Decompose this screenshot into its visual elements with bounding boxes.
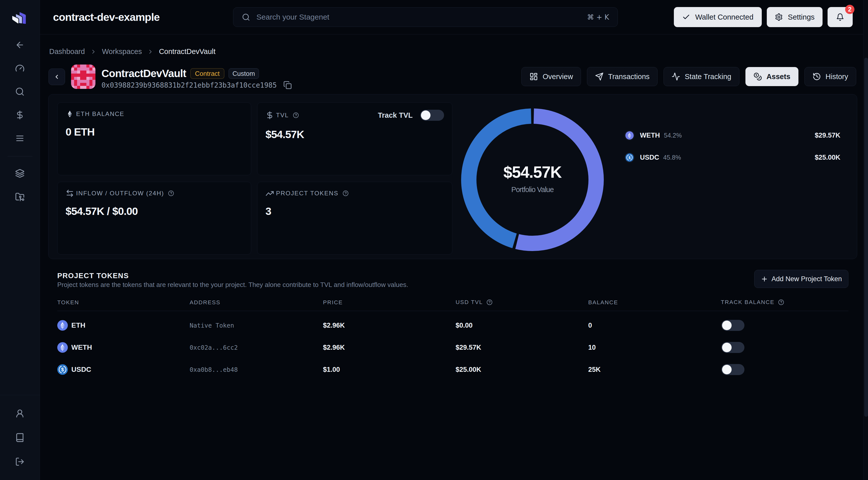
track-balance-toggle[interactable]	[721, 342, 744, 353]
tab-transactions[interactable]: Transactions	[587, 67, 657, 86]
settings-button[interactable]: Settings	[767, 7, 823, 27]
sidebar-search-icon[interactable]	[15, 87, 25, 96]
portfolio-value: $54.57K	[452, 163, 613, 182]
avatar-pixel	[80, 86, 83, 89]
help-icon[interactable]	[293, 112, 299, 118]
avatar-pixel	[92, 80, 95, 83]
avatar-pixel	[80, 73, 83, 76]
sidebar-bottom-divider	[0, 395, 40, 395]
usdc-token-icon: $	[57, 364, 68, 375]
avatar-pixel	[77, 73, 80, 76]
avatar-pixel	[77, 86, 80, 89]
sidebar-logout-icon[interactable]	[15, 457, 25, 467]
card-header: TVL Track TVL	[266, 110, 444, 121]
avatar-pixel	[71, 67, 74, 70]
help-icon[interactable]	[778, 299, 784, 305]
token-usd-tvl: $29.57K	[456, 337, 481, 358]
sidebar-user-icon[interactable]	[15, 409, 25, 418]
contract-custom-badge: Custom	[228, 68, 259, 79]
scrollbar-gutter	[864, 0, 868, 480]
avatar-pixel	[74, 67, 77, 70]
token-address: Native Token	[190, 314, 234, 337]
project-tokens-count: 3	[266, 205, 444, 217]
avatar-pixel	[86, 67, 89, 70]
tab-state-tracking[interactable]: State Tracking	[663, 67, 739, 86]
col-header-usd-tvl-label: USD TVL	[456, 299, 483, 306]
add-project-token-button[interactable]: Add New Project Token	[754, 270, 848, 288]
token-price: $2.96K	[323, 314, 345, 337]
sidebar-dollar-icon[interactable]	[15, 110, 25, 120]
avatar-pixel	[77, 83, 80, 86]
track-tvl-label: Track TVL	[378, 111, 413, 120]
bell-icon	[836, 13, 844, 21]
track-tvl-toggle[interactable]	[420, 110, 444, 121]
coins-icon	[753, 72, 762, 81]
gear-icon	[775, 13, 783, 21]
avatar-pixel	[83, 70, 86, 73]
sidebar-menu-icon[interactable]	[15, 133, 25, 143]
sidebar-contracts-icon[interactable]	[15, 192, 25, 201]
track-balance-toggle[interactable]	[721, 320, 744, 331]
track-balance-cell	[721, 358, 744, 381]
table-row-weth: WETH 0xc02a...6cc2 $2.96K $29.57K 10	[57, 337, 848, 358]
token-name: USDC	[71, 365, 91, 374]
scrollbar-thumb[interactable]	[864, 58, 868, 417]
card-header: INFLOW / OUTFLOW (24H)	[66, 189, 243, 198]
tab-assets[interactable]: Assets	[745, 67, 799, 86]
avatar-pixel	[71, 80, 74, 83]
breadcrumb-dashboard[interactable]: Dashboard	[49, 47, 85, 56]
plus-icon	[761, 276, 768, 283]
track-balance-toggle[interactable]	[721, 364, 744, 375]
avatar-pixel	[74, 77, 77, 80]
breadcrumb-workspaces[interactable]: Workspaces	[102, 47, 142, 56]
avatar-pixel	[71, 83, 74, 86]
help-icon[interactable]	[487, 299, 493, 305]
sidebar-back-icon[interactable]	[15, 40, 25, 50]
breadcrumb: Dashboard Workspaces ContractDevVault	[49, 47, 216, 56]
avatar-pixel	[80, 77, 83, 80]
token-balance: 0	[588, 314, 592, 337]
copy-address-button[interactable]	[283, 81, 292, 89]
wallet-connected-button[interactable]: Wallet Connected	[674, 7, 762, 27]
tab-overview[interactable]: Overview	[521, 67, 581, 86]
avatar-pixel	[74, 70, 77, 73]
avatar-pixel	[83, 83, 86, 86]
help-icon[interactable]	[343, 190, 349, 196]
project-tokens-card: PROJECT TOKENS 3	[257, 182, 452, 255]
avatar-pixel	[86, 86, 89, 89]
avatar-pixel	[77, 67, 80, 70]
avatar-pixel	[77, 65, 80, 67]
search-input[interactable]	[256, 13, 587, 21]
contract-name: ContractDevVault	[101, 68, 186, 79]
app-logo[interactable]	[11, 10, 27, 26]
sidebar-docs-icon[interactable]	[15, 433, 25, 442]
track-balance-cell	[721, 314, 744, 337]
token-cell: $USDC	[57, 358, 91, 381]
avatar-pixel	[71, 73, 74, 76]
avatar-pixel	[89, 86, 92, 89]
avatar-pixel	[89, 73, 92, 76]
search-shortcut: ⌘ + K	[587, 13, 609, 21]
svg-text:$: $	[628, 155, 631, 160]
send-icon	[595, 72, 603, 81]
avatar-pixel	[86, 73, 89, 76]
avatar-pixel	[71, 77, 74, 80]
topbar: contract-dev-example ⌘ + K Wallet Connec…	[40, 0, 863, 34]
avatar-pixel	[89, 70, 92, 73]
search-bar[interactable]: ⌘ + K	[233, 7, 618, 27]
avatar-pixel	[77, 80, 80, 83]
sidebar-gauge-icon[interactable]	[15, 64, 25, 73]
token-cell: ETH	[57, 314, 85, 337]
back-button[interactable]	[49, 68, 65, 85]
avatar-pixel	[74, 83, 77, 86]
sidebar-layers-icon[interactable]	[15, 169, 25, 178]
eth-token-icon	[57, 320, 68, 331]
help-icon[interactable]	[168, 190, 174, 196]
toggle-knob	[722, 365, 732, 374]
check-icon	[682, 13, 690, 21]
token-name: ETH	[71, 321, 85, 329]
contract-address-row: 0x03988239b9368831b2f21ebbf23b3af10cce19…	[101, 81, 292, 89]
avatar-pixel	[89, 65, 92, 67]
tab-history[interactable]: History	[804, 67, 856, 86]
col-header-usd-tvl: USD TVL	[456, 299, 493, 305]
